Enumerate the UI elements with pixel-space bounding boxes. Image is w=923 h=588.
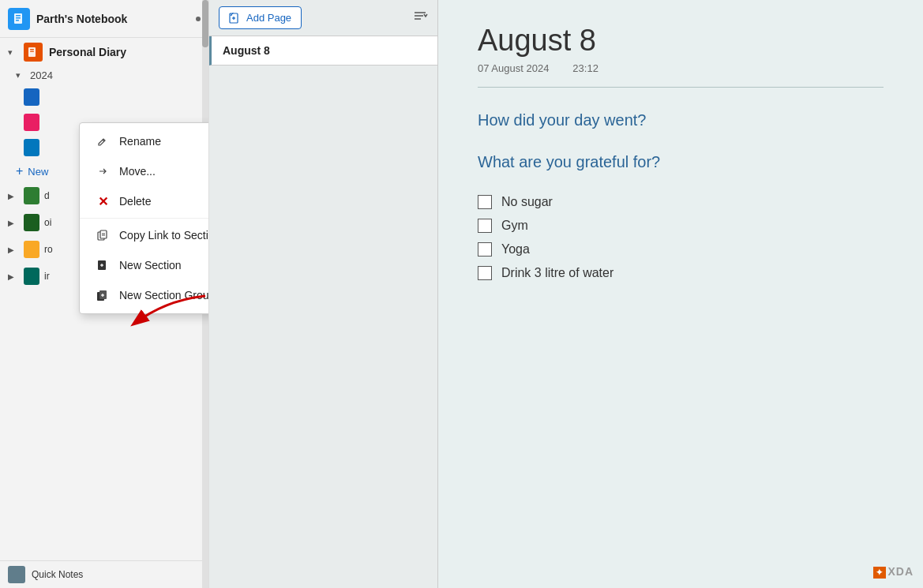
note-content: August 8 07 August 2024 23:12 How did yo… [438,0,923,588]
xda-label: XDA [887,565,914,578]
add-page-button[interactable]: Add Page [219,6,302,29]
note-title: August 8 [478,24,884,58]
add-page-icon [229,13,240,24]
section-group-label: Personal Diary [49,46,126,58]
checklist-item-4[interactable]: Drink 3 litre of water [478,266,884,280]
notebook-icon [8,8,30,30]
section-color-yellow [24,241,39,258]
new-section-icon [96,258,110,272]
add-page-label: Add Page [246,12,291,24]
sidebar-scrollbar-thumb [202,0,208,47]
menu-item-new-section-group[interactable]: New Section Group [80,280,209,310]
copy-link-label: Copy Link to Section Group [119,229,209,242]
svg-rect-4 [28,47,36,57]
svg-rect-5 [30,49,34,50]
checkbox-2[interactable] [478,219,492,233]
checklist-label-2: Gym [501,219,528,233]
section-color-darkgreen [24,214,39,231]
delete-icon: ✕ [96,194,110,208]
svg-rect-6 [30,51,34,52]
checklist-label-1: No sugar [501,195,553,209]
quick-notes-icon [8,566,25,583]
page-title-august8: August 8 [223,44,270,57]
section-color-teal [24,268,39,285]
checklist-label-4: Drink 3 litre of water [501,266,613,280]
new-section-group-label: New Section Group [119,289,209,301]
year-group[interactable]: ▾ 2024 [0,66,208,84]
section-color-blue2 [24,139,39,156]
group-chevron-icon-3: ▶ [8,245,19,254]
xda-watermark: ✦XDA [873,565,914,579]
move-label: Move... [119,165,156,178]
group-chevron-icon: ▶ [8,192,19,200]
checklist-label-3: Yoga [501,242,530,257]
svg-rect-1 [16,15,21,17]
checklist: No sugar Gym Yoga Drink 3 litre of water [478,195,884,280]
section-color-blue [24,88,39,106]
section-group-icon [24,43,43,62]
note-meta: 07 August 2024 23:12 [478,62,884,88]
menu-item-move[interactable]: Move... [80,156,209,186]
checklist-item-1[interactable]: No sugar [478,195,884,209]
quick-notes-label: Quick Notes [32,569,83,580]
menu-divider-1 [80,218,209,219]
group-chevron-icon-2: ▶ [8,219,19,227]
quick-notes-section[interactable]: Quick Notes [0,560,208,588]
checklist-item-3[interactable]: Yoga [478,242,884,257]
svg-rect-3 [16,20,19,21]
sidebar-item-s1[interactable] [0,84,208,110]
copy-link-icon [96,228,110,242]
new-section-menu-label: New Section [119,259,182,272]
note-time: 23:12 [572,62,598,74]
checkbox-1[interactable] [478,195,492,209]
section-color-green [24,187,39,204]
sidebar: Parth's Notebook ▾ Personal Diary ▾ 2024… [0,0,209,588]
page-item-august8[interactable]: August 8 [209,36,437,66]
xda-box: ✦ [873,567,886,579]
menu-item-copy-link[interactable]: Copy Link to Section Group [80,220,209,250]
new-section-label: New [28,166,48,178]
page-list-toolbar: Add Page [209,0,437,36]
note-question-2: What are you grateful for? [478,153,884,171]
menu-item-delete[interactable]: ✕ Delete [80,186,209,216]
sort-button[interactable] [412,8,428,28]
page-list: Add Page August 8 [209,0,438,588]
year-chevron-icon: ▾ [16,70,25,81]
plus-icon: + [16,164,23,178]
note-date: 07 August 2024 [478,62,549,74]
checkbox-4[interactable] [478,266,492,280]
checkbox-3[interactable] [478,242,492,257]
new-section-group-icon [96,288,110,302]
section-group-personal-diary[interactable]: ▾ Personal Diary [0,38,208,66]
delete-label: Delete [119,195,151,208]
year-label: 2024 [30,69,53,81]
group-chevron-icon-4: ▶ [8,272,19,281]
notebook-title: Parth's Notebook [36,13,189,25]
svg-rect-9 [100,230,107,238]
section-color-pink [24,114,39,131]
rename-icon [96,134,110,148]
checklist-item-2[interactable]: Gym [478,219,884,233]
rename-label: Rename [119,135,161,148]
note-question-1: How did your day went? [478,111,884,129]
menu-item-new-section[interactable]: New Section [80,250,209,280]
notebook-header[interactable]: Parth's Notebook [0,0,208,38]
menu-item-rename[interactable]: Rename [80,126,209,156]
chevron-down-icon: ▾ [8,47,17,58]
notebook-dot [196,17,201,21]
context-menu: Rename Move... ✕ Delete [79,122,209,314]
svg-rect-2 [16,17,21,19]
move-icon [96,164,110,178]
